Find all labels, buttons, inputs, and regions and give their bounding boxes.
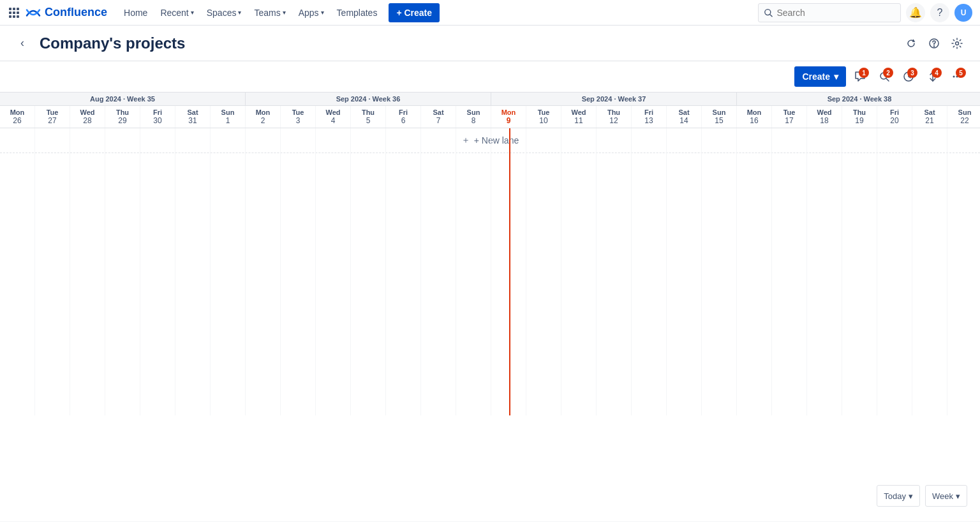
week-label-2: Sep 2024 · Week 37 xyxy=(491,93,736,106)
day-cell-Tue27: Tue27 xyxy=(35,106,70,128)
day-cell-Fri6: Fri6 xyxy=(386,106,421,128)
timeline-toolbar: Create ▾ 1 2 3 4 5 xyxy=(0,61,980,93)
day-cell-Wed28: Wed28 xyxy=(70,106,105,128)
user-avatar[interactable]: U xyxy=(954,4,972,22)
grid-col-3 xyxy=(105,128,140,415)
week-group-1: Sep 2024 · Week 36Mon2Tue3Wed4Thu5Fri6Sa… xyxy=(246,93,491,128)
comment-icon-button[interactable]: 1 xyxy=(850,66,870,87)
badge-5-6: 5 xyxy=(956,68,966,78)
refresh-icon xyxy=(905,38,917,49)
help-circle-icon xyxy=(928,38,940,49)
day-cell-Thu12: Thu12 xyxy=(597,106,632,128)
bottom-controls: Today ▾ Week ▾ xyxy=(877,485,967,507)
search-input[interactable] xyxy=(776,8,895,18)
day-cell-Thu19: Thu19 xyxy=(842,106,877,128)
grid-col-26 xyxy=(912,128,947,415)
svg-rect-6 xyxy=(9,15,11,18)
grid-col-10 xyxy=(351,128,386,415)
today-button[interactable]: Today ▾ xyxy=(877,485,920,507)
day-cell-Mon2: Mon2 xyxy=(246,106,281,128)
grid-col-23 xyxy=(807,128,842,415)
notifications-button[interactable]: 🔔 xyxy=(906,3,925,22)
grid-col-21 xyxy=(737,128,772,415)
svg-rect-5 xyxy=(17,11,19,14)
settings-icon xyxy=(951,38,963,49)
timeline-container[interactable]: Aug 2024 · Week 35Mon26Tue27Wed28Thu29Fr… xyxy=(0,93,980,521)
history-icon-button[interactable]: 3 xyxy=(898,66,919,87)
day-cell-Mon26: Mon26 xyxy=(0,106,35,128)
day-cell-Sun22: Sun22 xyxy=(947,106,980,128)
logo-text: Confluence xyxy=(45,6,107,19)
settings-button[interactable] xyxy=(947,33,967,54)
nav-recent[interactable]: Recent ▾ xyxy=(154,0,200,26)
nav-action-icons: 🔔 ? U xyxy=(906,3,972,22)
more-icon-button[interactable]: 5 xyxy=(947,66,967,87)
timeline-create-button[interactable]: Create ▾ xyxy=(794,66,846,87)
header-help-button[interactable] xyxy=(924,33,944,54)
nav-create-button[interactable]: + Create xyxy=(389,3,440,22)
header-icons xyxy=(901,33,967,54)
grid-col-20 xyxy=(702,128,737,415)
nav-teams[interactable]: Teams ▾ xyxy=(248,0,292,26)
day-cell-Sat21: Sat21 xyxy=(912,106,947,128)
help-button[interactable]: ? xyxy=(930,3,949,22)
nav-spaces[interactable]: Spaces ▾ xyxy=(200,0,248,26)
svg-rect-7 xyxy=(13,15,15,18)
grid-col-0 xyxy=(0,128,35,415)
recent-chevron: ▾ xyxy=(191,9,194,16)
svg-point-9 xyxy=(765,9,771,15)
svg-rect-3 xyxy=(9,11,11,14)
grid-col-8 xyxy=(281,128,316,415)
badge-3: 3 xyxy=(907,68,917,78)
day-cell-Wed4: Wed4 xyxy=(316,106,351,128)
day-cell-Sat14: Sat14 xyxy=(667,106,702,128)
svg-rect-1 xyxy=(13,8,15,10)
search-icon-button[interactable]: 2 xyxy=(874,66,895,87)
badge-1: 1 xyxy=(859,68,869,78)
svg-point-12 xyxy=(934,46,935,47)
grid-col-27 xyxy=(947,128,980,415)
day-cell-Wed11: Wed11 xyxy=(561,106,597,128)
day-cell-Sun15: Sun15 xyxy=(702,106,737,128)
refresh-button[interactable] xyxy=(901,33,921,54)
grid-columns xyxy=(0,128,980,415)
badge-4: 4 xyxy=(932,68,942,78)
week-chevron: ▾ xyxy=(956,491,960,501)
svg-point-18 xyxy=(953,76,955,78)
new-lane-button[interactable]: ＋ + New lane xyxy=(0,128,980,153)
grid-col-24 xyxy=(842,128,877,415)
day-cell-Mon16: Mon16 xyxy=(737,106,772,128)
teams-chevron: ▾ xyxy=(283,9,286,16)
week-group-0: Aug 2024 · Week 35Mon26Tue27Wed28Thu29Fr… xyxy=(0,93,246,128)
svg-line-15 xyxy=(886,78,889,81)
week-button[interactable]: Week ▾ xyxy=(925,485,967,507)
badge-2: 2 xyxy=(883,68,893,78)
page-title: Company's projects xyxy=(40,34,185,52)
grid-icon[interactable] xyxy=(8,6,20,19)
svg-rect-4 xyxy=(13,11,15,14)
nav-apps[interactable]: Apps ▾ xyxy=(292,0,330,26)
grid-col-19 xyxy=(667,128,702,415)
grid-col-15 xyxy=(526,128,561,415)
week-group-2: Sep 2024 · Week 37Mon9Tue10Wed11Thu12Fri… xyxy=(491,93,737,128)
week-group-3: Sep 2024 · Week 38Mon16Tue17Wed18Thu19Fr… xyxy=(737,93,980,128)
nav-home[interactable]: Home xyxy=(117,0,154,26)
expand-icon-button[interactable]: 4 xyxy=(923,66,943,87)
svg-rect-0 xyxy=(9,8,11,10)
search-bar[interactable] xyxy=(758,3,901,22)
nav-templates[interactable]: Templates xyxy=(330,0,384,26)
week-label-3: Sep 2024 · Week 38 xyxy=(737,93,980,106)
grid-col-1 xyxy=(35,128,70,415)
confluence-logo[interactable]: Confluence xyxy=(26,5,107,20)
back-button[interactable]: ‹ xyxy=(13,34,32,53)
today-chevron: ▾ xyxy=(909,491,913,501)
grid-col-22 xyxy=(772,128,807,415)
week-label-0: Aug 2024 · Week 35 xyxy=(0,93,245,106)
grid-col-18 xyxy=(632,128,667,415)
timeline-body[interactable]: ＋ + New lane xyxy=(0,128,980,415)
grid-col-16 xyxy=(561,128,597,415)
grid-col-2 xyxy=(70,128,105,415)
grid-col-4 xyxy=(140,128,175,415)
svg-rect-8 xyxy=(17,15,19,18)
day-cell-Tue10: Tue10 xyxy=(526,106,561,128)
